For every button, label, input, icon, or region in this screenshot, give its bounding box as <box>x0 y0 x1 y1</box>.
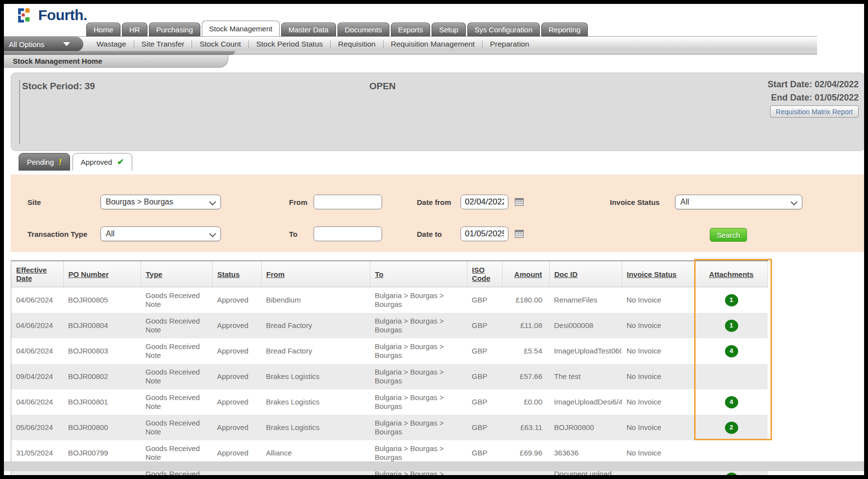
subnav-items: WastageSite TransferStock CountStock Per… <box>89 40 536 49</box>
cell-effective-date: 04/06/2024 <box>11 389 63 415</box>
period-status: OPEN <box>369 81 396 92</box>
breadcrumb-strip-accent <box>4 51 235 55</box>
attachment-count-badge[interactable]: 1 <box>725 294 738 306</box>
calendar-icon[interactable] <box>514 229 524 239</box>
main-tab-home[interactable]: Home <box>86 23 121 36</box>
cell-to: Bulgaria > Bourgas > Bourgas <box>370 415 467 440</box>
cell-text: Brakes Logistics <box>266 372 319 380</box>
bottom-scrollbar-track[interactable] <box>4 461 864 471</box>
cell-invoice-status: No Invoice <box>622 364 695 389</box>
calendar-icon[interactable] <box>514 197 524 207</box>
search-button[interactable]: Search <box>710 228 747 242</box>
cell-amount: £63.11 <box>502 415 549 440</box>
cell-text: No Invoice <box>627 347 661 355</box>
cell-text: £180.00 <box>516 296 542 304</box>
end-date: End Date: 01/05/2022 <box>768 91 859 104</box>
transaction-type-select[interactable]: All <box>100 227 221 241</box>
brand-name: Fourth. <box>38 7 87 24</box>
alert-icon: ! <box>59 157 62 167</box>
column-header-effective-date[interactable]: Effective Date <box>11 261 63 287</box>
table-body: 04/06/2024BOJR00805Goods Received NoteAp… <box>11 287 768 476</box>
column-header-label: Invoice Status <box>627 270 677 278</box>
subnav-item-wastage[interactable]: Wastage <box>89 40 134 49</box>
subnav-item-requisition[interactable]: Requisition <box>331 40 383 49</box>
tab-pending[interactable]: Pending ! <box>19 153 70 171</box>
requisition-matrix-report-button[interactable]: Requisition Matrix Report <box>770 105 859 118</box>
cell-text: BOJR00800 <box>68 423 108 431</box>
cell-text: BOJR00797 <box>68 474 108 475</box>
column-header-label: Doc ID <box>555 270 578 278</box>
cell-attachments: 1 <box>695 287 768 313</box>
main-tab-label: Sys Configuration <box>475 25 532 34</box>
main-tab-purchasing[interactable]: Purchasing <box>149 23 200 36</box>
column-header-from[interactable]: From <box>261 261 370 287</box>
main-tab-documents[interactable]: Documents <box>338 23 389 36</box>
subnav-item-stock-count[interactable]: Stock Count <box>192 40 248 49</box>
date-from-input[interactable] <box>460 195 508 209</box>
main-tab-reporting[interactable]: Reporting <box>541 23 588 36</box>
cell-text: £0.00 <box>524 398 542 406</box>
cell-text: 04/06/2024 <box>16 296 53 304</box>
cell-text: 04/06/2024 <box>16 347 53 355</box>
column-header-label: Amount <box>514 270 542 278</box>
column-header-iso-code[interactable]: ISO Code <box>467 261 502 287</box>
table-row[interactable]: 04/06/2024BOJR00805Goods Received NoteAp… <box>11 287 768 313</box>
tab-approved[interactable]: Approved ✔ <box>72 153 132 171</box>
cell-text: Approved <box>217 372 248 380</box>
attachment-count-badge[interactable]: 1 <box>725 320 738 332</box>
column-header-doc-id[interactable]: Doc ID <box>549 261 622 287</box>
cell-text: Bibendium <box>266 296 301 304</box>
cell-text: BOJR00805 <box>68 296 108 304</box>
main-tab-hr[interactable]: HR <box>122 23 147 36</box>
table-row[interactable]: 04/06/2024BOJR00803Goods Received NoteAp… <box>11 338 768 364</box>
invoice-status-select[interactable]: All <box>675 195 802 209</box>
breadcrumb[interactable]: Stock Management Home <box>4 55 228 68</box>
cell-effective-date: 04/06/2024 <box>11 338 63 364</box>
to-input[interactable] <box>313 227 382 241</box>
subnav-item-site-transfer[interactable]: Site Transfer <box>134 40 192 49</box>
attachment-count-badge[interactable]: 4 <box>725 345 738 357</box>
cell-text: Goods Received Note <box>145 291 200 308</box>
cell-text: Bulgaria > Bourgas > Bourgas <box>375 368 444 385</box>
attachment-count-badge[interactable]: 4 <box>725 396 738 408</box>
cell-text: Approved <box>217 423 248 431</box>
column-header-attachments[interactable]: Attachments <box>695 261 768 287</box>
column-header-status[interactable]: Status <box>212 261 261 287</box>
cell-po-number: BOJR00805 <box>63 287 141 313</box>
subnav-item-preparation[interactable]: Preparation <box>482 40 536 49</box>
main-tab-label: HR <box>129 25 140 34</box>
main-tab-label: Reporting <box>549 25 580 34</box>
main-tab-sys-configuration[interactable]: Sys Configuration <box>467 23 540 36</box>
cell-text: ImageUploadDesi6/4 <box>554 398 622 406</box>
column-header-to[interactable]: To <box>370 261 467 287</box>
cell-invoice-status: No Invoice <box>622 287 695 313</box>
stock-period-panel: Stock Period: 39 OPEN Start Date: 02/04/… <box>11 73 864 151</box>
date-to-input[interactable] <box>460 227 508 241</box>
column-header-amount[interactable]: Amount <box>502 261 549 287</box>
table-row[interactable]: 09/04/2024BOJR00802Goods Received NoteAp… <box>11 364 768 389</box>
main-tab-exports[interactable]: Exports <box>391 23 431 36</box>
column-header-type[interactable]: Type <box>141 261 212 287</box>
cell-text: GBP <box>472 449 487 457</box>
attachment-count-badge[interactable]: 2 <box>725 422 738 434</box>
attachment-count-badge[interactable]: 2 <box>725 473 738 476</box>
cell-status: Approved <box>212 415 261 440</box>
cell-to: Bulgaria > Bourgas > Bourgas <box>370 389 467 415</box>
from-input[interactable] <box>313 195 382 209</box>
cell-text: Approved <box>217 474 248 475</box>
table-row[interactable]: 05/06/2024BOJR00800Goods Received NoteAp… <box>11 415 768 440</box>
all-options-menu[interactable]: All Options <box>4 37 83 51</box>
column-header-invoice-status[interactable]: Invoice Status <box>622 261 695 287</box>
cell-attachments: 2 <box>695 415 768 440</box>
cell-text: 363636 <box>554 449 579 457</box>
column-header-po-number[interactable]: PO Number <box>63 261 141 287</box>
main-tab-stock-management[interactable]: Stock Management <box>202 21 280 36</box>
subnav-item-stock-period-status[interactable]: Stock Period Status <box>249 40 330 49</box>
table-row[interactable]: 04/06/2024BOJR00801Goods Received NoteAp… <box>11 389 768 415</box>
subnav-item-requisition-management[interactable]: Requisition Management <box>384 40 482 49</box>
table-row[interactable]: 04/06/2024BOJR00804Goods Received NoteAp… <box>11 313 768 338</box>
cell-status: Approved <box>212 364 261 389</box>
main-tab-setup[interactable]: Setup <box>432 23 465 36</box>
main-tab-master-data[interactable]: Master Data <box>281 23 336 36</box>
site-select[interactable]: Bourgas > Bourgas <box>100 195 221 209</box>
